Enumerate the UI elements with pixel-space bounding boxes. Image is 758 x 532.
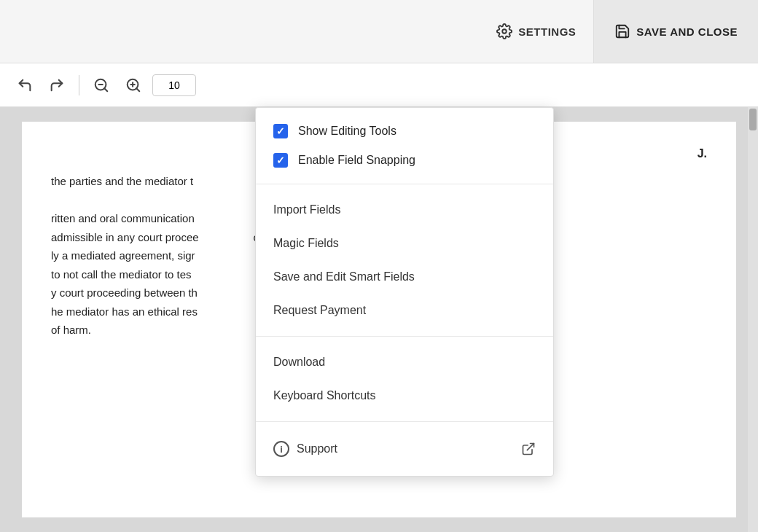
checkmark-icon: ✓ — [276, 155, 285, 165]
zoom-out-button[interactable] — [88, 72, 114, 98]
external-link-icon — [521, 442, 536, 456]
zoom-input[interactable] — [152, 74, 196, 96]
svg-point-0 — [503, 29, 507, 34]
show-editing-tools-item[interactable]: ✓ Show Editing Tools — [256, 117, 553, 146]
info-icon: i — [273, 441, 289, 457]
download-label: Download — [273, 356, 536, 369]
redo-icon — [49, 77, 65, 93]
menu-section-support: i Support — [256, 422, 553, 476]
undo-button[interactable] — [12, 72, 38, 98]
keyboard-shortcuts-label: Keyboard Shortcuts — [273, 389, 536, 402]
dropdown-menu: ✓ Show Editing Tools ✓ Enable Field Snap… — [255, 107, 554, 477]
undo-icon — [17, 77, 33, 93]
checkmark-icon: ✓ — [276, 126, 285, 136]
svg-line-8 — [527, 444, 534, 450]
menu-section-checkboxes: ✓ Show Editing Tools ✓ Enable Field Snap… — [256, 108, 553, 184]
scrollbar[interactable] — [748, 107, 758, 532]
enable-field-snapping-checkbox[interactable]: ✓ — [273, 153, 288, 168]
menu-section-fields: Import Fields Magic Fields Save and Edit… — [256, 184, 553, 337]
enable-field-snapping-label: Enable Field Snapping — [298, 154, 415, 167]
svg-line-5 — [136, 88, 139, 91]
support-row: i Support — [273, 441, 337, 457]
support-label: Support — [297, 442, 337, 455]
zoom-in-button[interactable] — [120, 72, 146, 98]
gear-icon — [496, 23, 512, 39]
import-fields-item[interactable]: Import Fields — [256, 193, 553, 227]
svg-line-2 — [104, 88, 107, 91]
zoom-in-icon — [125, 77, 141, 93]
redo-button[interactable] — [44, 72, 70, 98]
toolbar-divider — [79, 75, 79, 95]
show-editing-tools-checkbox[interactable]: ✓ — [273, 124, 288, 138]
save-close-label: SAVE AND CLOSE — [636, 26, 738, 38]
enable-field-snapping-item[interactable]: ✓ Enable Field Snapping — [256, 146, 553, 175]
scrollbar-thumb[interactable] — [749, 109, 757, 130]
keyboard-shortcuts-item[interactable]: Keyboard Shortcuts — [256, 379, 553, 412]
save-edit-smart-fields-item[interactable]: Save and Edit Smart Fields — [256, 260, 553, 294]
download-item[interactable]: Download — [256, 345, 553, 379]
toolbar — [0, 63, 758, 107]
settings-button[interactable]: SETTINGS — [479, 0, 594, 63]
request-payment-label: Request Payment — [273, 304, 536, 317]
content-area: J. the parties and the mediator t dentia… — [0, 107, 758, 532]
magic-fields-label: Magic Fields — [273, 237, 536, 250]
magic-fields-item[interactable]: Magic Fields — [256, 227, 553, 260]
save-icon — [614, 23, 630, 39]
header: SETTINGS SAVE AND CLOSE — [0, 0, 758, 63]
show-editing-tools-label: Show Editing Tools — [298, 125, 396, 138]
menu-section-utilities: Download Keyboard Shortcuts — [256, 337, 553, 422]
save-and-close-button[interactable]: SAVE AND CLOSE — [594, 0, 758, 63]
import-fields-label: Import Fields — [273, 203, 536, 216]
save-edit-smart-fields-label: Save and Edit Smart Fields — [273, 270, 536, 283]
request-payment-item[interactable]: Request Payment — [256, 294, 553, 327]
support-item[interactable]: i Support — [256, 431, 553, 467]
zoom-out-icon — [93, 77, 109, 93]
settings-label: SETTINGS — [518, 26, 576, 38]
